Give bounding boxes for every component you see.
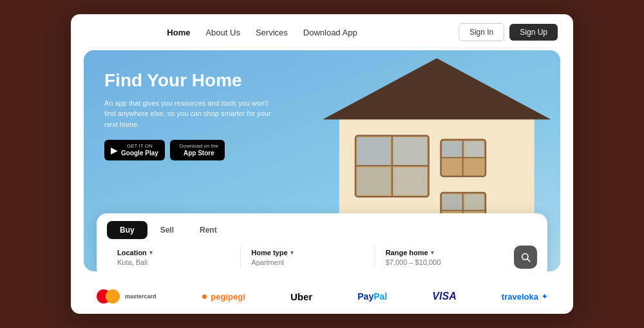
mastercard-label: mastercard [125,293,156,300]
search-icon [520,252,531,262]
pegipegi-label: pegipegi [211,292,245,302]
svg-rect-10 [393,168,427,195]
nav-services[interactable]: Services [256,28,288,37]
browser-window: Home About Us Services Download App Sign… [71,14,573,314]
uber-label: Uber [290,291,312,302]
tab-buy[interactable]: Buy [107,221,147,239]
app-store-button[interactable]: Download on the App Store [170,140,225,160]
navbar: Home About Us Services Download App Sign… [71,14,573,50]
search-button[interactable] [514,246,537,269]
partner-paypal: PayPal [357,291,387,302]
svg-marker-3 [323,59,550,120]
signup-button[interactable]: Sign Up [509,24,558,41]
svg-rect-19 [442,194,462,209]
svg-rect-15 [464,141,484,157]
svg-rect-8 [393,137,427,165]
google-play-icon: ▶ [111,145,118,155]
partner-traveloka: traveloka ✦ [502,292,547,302]
hero-content: Find Your Home An app that gives you res… [104,70,272,160]
partner-pegipegi: ● pegipegi [202,291,245,302]
mastercard-icon [97,289,120,304]
hero-title: Find Your Home [104,70,272,92]
svg-rect-20 [464,194,484,209]
google-play-text: GET IT ON Google Play [121,143,158,157]
paypal-label: PayPal [357,291,387,302]
svg-rect-7 [357,137,390,165]
location-field[interactable]: Location ▾ Kuta, Bali [107,246,241,269]
home-type-label: Home type ▾ [251,249,364,256]
svg-line-22 [527,259,530,262]
visa-label: VISA [432,291,456,302]
signin-button[interactable]: Sign In [459,23,504,41]
range-chevron-icon: ▾ [431,249,434,256]
hero-section: Find Your Home An app that gives you res… [84,50,560,271]
location-label: Location ▾ [117,249,230,256]
range-home-label: Range home ▾ [386,249,498,256]
nav-links: Home About Us Services Download App [167,28,357,37]
hero-subtitle: An app that gives you resources and tool… [104,98,272,130]
location-value: Kuta, Bali [117,258,230,266]
search-tabs: Buy Sell Rent [97,213,547,239]
svg-rect-9 [357,168,390,195]
partner-visa: VISA [432,291,456,302]
app-store-text: Download on the App Store [180,143,218,157]
partner-uber: Uber [290,291,312,302]
nav-buttons: Sign In Sign Up [459,23,558,41]
traveloka-label: traveloka [502,292,538,302]
nav-about[interactable]: About Us [205,28,240,37]
svg-rect-14 [442,141,462,157]
pegipegi-icon: ● [202,291,208,302]
store-buttons: ▶ GET IT ON Google Play Download on the … [104,140,272,160]
tab-sell[interactable]: Sell [147,221,187,239]
home-type-field[interactable]: Home type ▾ Apartment [241,246,375,269]
nav-download[interactable]: Download App [303,28,357,37]
partners-section: mastercard ● pegipegi Uber PayPal VISA t… [71,271,573,314]
traveloka-star-icon: ✦ [542,293,547,301]
tab-rent[interactable]: Rent [187,221,230,239]
home-type-value: Apartment [251,258,364,266]
range-home-value: $7,000 – $10,000 [386,258,498,266]
search-card: Buy Sell Rent Location ▾ Kuta, Bali Home… [97,213,547,271]
location-chevron-icon: ▾ [149,249,153,256]
nav-home[interactable]: Home [167,28,190,37]
range-home-field[interactable]: Range home ▾ $7,000 – $10,000 [375,246,509,269]
partner-mastercard: mastercard [97,289,156,304]
home-type-chevron-icon: ▾ [290,249,294,256]
google-play-button[interactable]: ▶ GET IT ON Google Play [104,140,165,160]
search-fields: Location ▾ Kuta, Bali Home type ▾ Apartm… [97,239,547,271]
